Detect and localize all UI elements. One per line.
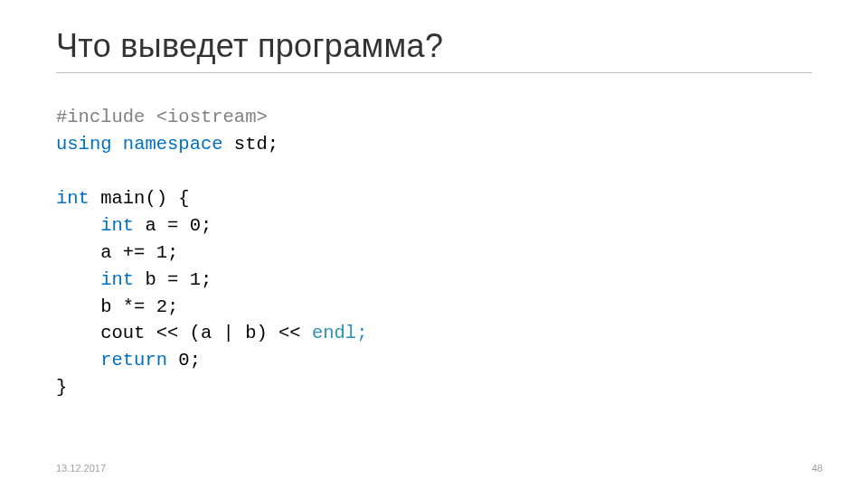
code-token <box>56 269 100 290</box>
footer: 13.12.2017 48 <box>56 463 823 474</box>
code-token: int <box>100 269 134 290</box>
code-token <box>145 107 156 127</box>
code-token: b = 1; <box>134 269 212 290</box>
title-underline <box>56 72 812 73</box>
code-token: namespace <box>123 134 223 155</box>
page-title: Что выведет программа? <box>56 27 812 65</box>
code-token: std; <box>223 134 279 155</box>
code-token: cout << (a | b) << <box>56 323 312 343</box>
code-token: return <box>100 350 167 371</box>
footer-page-number: 48 <box>812 463 823 474</box>
footer-date: 13.12.2017 <box>56 463 106 474</box>
code-token: 0; <box>167 350 201 371</box>
code-token: } <box>56 377 67 398</box>
code-token: b *= 2; <box>56 296 178 317</box>
code-token: a = 0; <box>134 215 212 236</box>
code-token: <iostream> <box>156 107 268 127</box>
code-token <box>112 134 123 155</box>
code-block: #include <iostream> using namespace std;… <box>56 104 812 401</box>
code-token: #include <box>56 107 145 127</box>
code-token <box>56 350 100 371</box>
code-token: endl; <box>312 323 368 343</box>
code-token: a += 1; <box>56 242 178 263</box>
code-token: main() { <box>90 188 190 209</box>
code-token: int <box>56 188 90 209</box>
code-token: int <box>100 215 134 236</box>
code-token: using <box>56 134 112 155</box>
code-token <box>56 215 100 236</box>
